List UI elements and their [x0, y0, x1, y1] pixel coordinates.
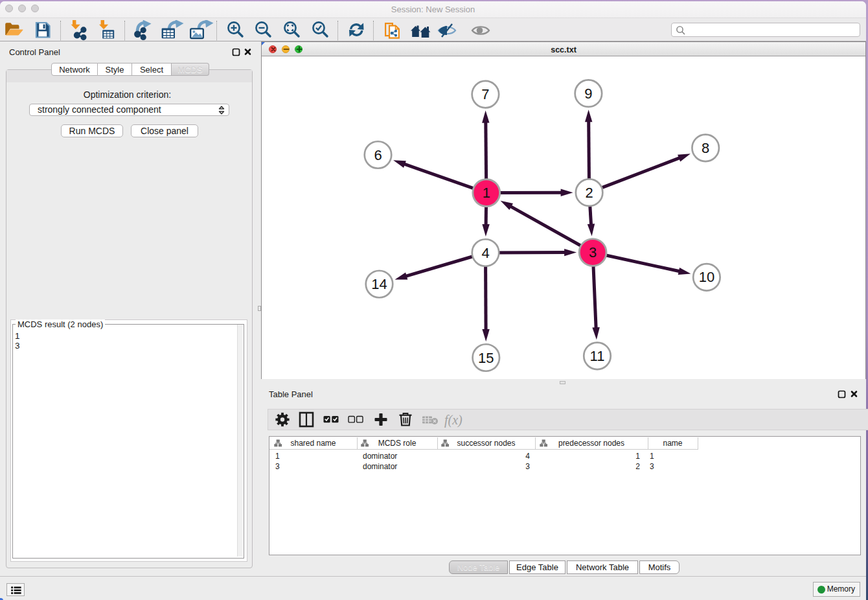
svg-text:4: 4 — [481, 245, 489, 261]
svg-text:1: 1 — [483, 185, 490, 201]
svg-text:6: 6 — [374, 147, 382, 163]
svg-text:10: 10 — [699, 269, 714, 285]
svg-text:9: 9 — [584, 86, 592, 102]
svg-text:8: 8 — [702, 140, 709, 156]
svg-text:7: 7 — [481, 86, 489, 102]
svg-text:14: 14 — [371, 276, 387, 292]
svg-text:11: 11 — [590, 348, 605, 364]
svg-text:f(x): f(x) — [444, 413, 463, 428]
svg-text:15: 15 — [478, 350, 494, 366]
svg-text:3: 3 — [589, 244, 597, 260]
svg-text:2: 2 — [585, 185, 593, 201]
